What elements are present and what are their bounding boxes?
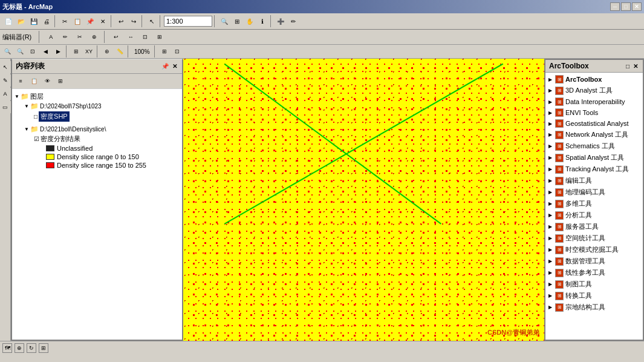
scale-input[interactable]: 1:300: [164, 16, 212, 27]
menu-tool-1[interactable]: A: [45, 31, 57, 43]
menu-tool-6[interactable]: ↔: [125, 31, 137, 43]
status-bar: 🗺 ⊕ ↻ ⊞: [0, 341, 644, 354]
menu-tool-8[interactable]: ⊞: [154, 31, 166, 43]
menu-tool-7[interactable]: ⊡: [139, 31, 151, 43]
status-icon-3[interactable]: ↻: [27, 343, 36, 353]
menu-tool-3[interactable]: ✂: [74, 31, 86, 43]
xy-btn[interactable]: XY: [83, 45, 95, 58]
minimize-button[interactable]: ─: [610, 2, 620, 11]
save-button[interactable]: 💾: [28, 15, 40, 27]
checkbox-layer1[interactable]: □: [34, 113, 37, 120]
left-tool-1[interactable]: ↖: [0, 61, 11, 73]
back-btn[interactable]: ◀: [39, 45, 51, 58]
atb-item-11[interactable]: ▶ ⊞ 多维工具: [547, 198, 642, 209]
zoom-extent-button[interactable]: ⊞: [231, 15, 243, 27]
left-tool-4[interactable]: ▭: [0, 101, 11, 113]
cut-button[interactable]: ✂: [59, 15, 71, 27]
atb-item-9[interactable]: ▶ ⊞ 编辑工具: [547, 175, 642, 186]
left-tool-2[interactable]: ✎: [0, 74, 11, 87]
print-button[interactable]: 🖨: [41, 15, 53, 27]
zoom-btn[interactable]: 🔍: [1, 45, 13, 58]
atb-item-12[interactable]: ▶ ⊞ 分析工具: [547, 209, 642, 221]
left-tool-3[interactable]: A: [0, 88, 11, 100]
layer1-label[interactable]: 密度SHP: [39, 111, 70, 122]
layer1-item[interactable]: □ 密度SHP: [15, 111, 180, 122]
new-button[interactable]: 📄: [2, 15, 15, 27]
folder-icon-layers: 📁: [21, 93, 29, 100]
checkbox-layer2[interactable]: ☑: [34, 136, 39, 142]
atb-item-0[interactable]: ▶ ⊞ ArcToolbox: [547, 74, 642, 85]
toc-pin-button[interactable]: 📌: [160, 63, 170, 70]
forward-btn[interactable]: ▶: [52, 45, 64, 58]
layout-btn[interactable]: ⊞: [158, 45, 171, 58]
atb-label-14: 空间统计工具: [565, 234, 605, 243]
path1-item[interactable]: ▼ 📁 D:\2024boll\7Shp\1023: [15, 102, 180, 111]
delete-button[interactable]: ✕: [97, 15, 109, 27]
close-button[interactable]: ✕: [632, 2, 642, 11]
toc-selection-view[interactable]: ⊞: [54, 75, 67, 87]
full-extent-btn[interactable]: ⊡: [27, 45, 39, 58]
atb-item-20[interactable]: ▶ ⊞ 宗地结构工具: [547, 301, 642, 313]
atb-item-15[interactable]: ▶ ⊞ 时空模式挖掘工具: [547, 244, 642, 255]
atb-item-2[interactable]: ▶ ⊞ Data Interoperability: [547, 96, 642, 107]
atb-expand-15: ▶: [548, 247, 552, 252]
menu-tool-5[interactable]: ↩: [110, 31, 122, 43]
status-icon-4[interactable]: ⊞: [39, 343, 48, 353]
layout-btn2[interactable]: ⊡: [171, 45, 183, 58]
atb-icon-18: ⊞: [555, 280, 564, 289]
toc-close-button[interactable]: ✕: [171, 63, 178, 70]
atb-item-13[interactable]: ▶ ⊞ 服务器工具: [547, 221, 642, 232]
zoom-out-btn[interactable]: 🔍: [14, 45, 26, 58]
legend-swatch-2: [46, 162, 54, 168]
atb-item-6[interactable]: ▶ ⊞ Schematics 工具: [547, 140, 642, 152]
atb-item-14[interactable]: ▶ ⊞ 空间统计工具: [547, 232, 642, 244]
pointer-button[interactable]: ↖: [146, 15, 158, 27]
toc-source-view[interactable]: 📋: [28, 75, 40, 87]
atb-item-5[interactable]: ▶ ⊞ Network Analyst 工具: [547, 129, 642, 140]
undo-button[interactable]: ↩: [115, 15, 127, 27]
zoom-in-button[interactable]: 🔍: [218, 15, 230, 27]
menu-bar: 编辑器(R) A ✏ ✂ ⊕ ↩ ↔ ⊡ ⊞: [0, 30, 644, 45]
status-icon-2[interactable]: ⊕: [15, 343, 24, 353]
atb-item-7[interactable]: ▶ ⊞ Spatial Analyst 工具: [547, 152, 642, 163]
arctoolbox-panel: ArcToolbox □ ✕ ▶ ⊞ ArcToolbox ▶ ⊞ 3D Ana…: [544, 59, 644, 341]
atb-item-1[interactable]: ▶ ⊞ 3D Analyst 工具: [547, 85, 642, 96]
open-button[interactable]: 📂: [15, 15, 27, 27]
measure-btn[interactable]: 📏: [114, 45, 126, 58]
atb-restore-button[interactable]: □: [625, 63, 631, 70]
layer2-item[interactable]: ☑ 密度分割结果: [15, 134, 180, 144]
status-icon-1[interactable]: 🗺: [2, 343, 12, 353]
copy-button[interactable]: 📋: [71, 15, 83, 27]
separator-1: [54, 15, 57, 27]
atb-item-19[interactable]: ▶ ⊞ 转换工具: [547, 290, 642, 301]
window-title: 无标题 - ArcMap: [2, 2, 53, 12]
toc-list-view[interactable]: ≡: [15, 75, 27, 87]
info-btn[interactable]: ⊛: [101, 45, 113, 58]
menu-tool-2[interactable]: ✏: [59, 31, 71, 43]
atb-expand-9: ▶: [548, 178, 552, 183]
paste-button[interactable]: 📌: [84, 15, 96, 27]
atb-item-18[interactable]: ▶ ⊞ 制图工具: [547, 278, 642, 290]
atb-close-button[interactable]: ✕: [632, 63, 639, 70]
menu-tool-4[interactable]: ⊕: [88, 31, 100, 43]
atb-item-17[interactable]: ▶ ⊞ 线性参考工具: [547, 267, 642, 278]
maximize-button[interactable]: □: [621, 2, 631, 11]
atb-item-8[interactable]: ▶ ⊞ Tracking Analyst 工具: [547, 163, 642, 175]
atb-item-4[interactable]: ▶ ⊞ Geostatistical Analyst: [547, 118, 642, 129]
layers-group-item[interactable]: ▼ 📁 图层: [15, 91, 180, 102]
editor-button[interactable]: ✏: [287, 15, 299, 27]
watermark: CSDN@青铜弟弟: [487, 328, 539, 337]
identify-button[interactable]: ℹ: [256, 15, 268, 27]
path2-item[interactable]: ▼ 📁 D:\2021boll\Densityslice\: [15, 125, 180, 134]
atb-icon-6: ⊞: [555, 142, 564, 151]
redo-button[interactable]: ↪: [128, 15, 140, 27]
select-btn[interactable]: ⊞: [70, 45, 82, 58]
add-data-button[interactable]: ➕: [275, 15, 287, 27]
map-view[interactable]: CSDN@青铜弟弟: [183, 59, 544, 341]
atb-item-16[interactable]: ▶ ⊞ 数据管理工具: [547, 255, 642, 267]
atb-item-3[interactable]: ▶ ⊞ ENVI Tools: [547, 107, 642, 118]
atb-item-10[interactable]: ▶ ⊞ 地理编码工具: [547, 186, 642, 198]
pan-button[interactable]: ✋: [244, 15, 256, 27]
separator-5: [214, 15, 216, 27]
toc-visibility-view[interactable]: 👁: [41, 75, 53, 87]
